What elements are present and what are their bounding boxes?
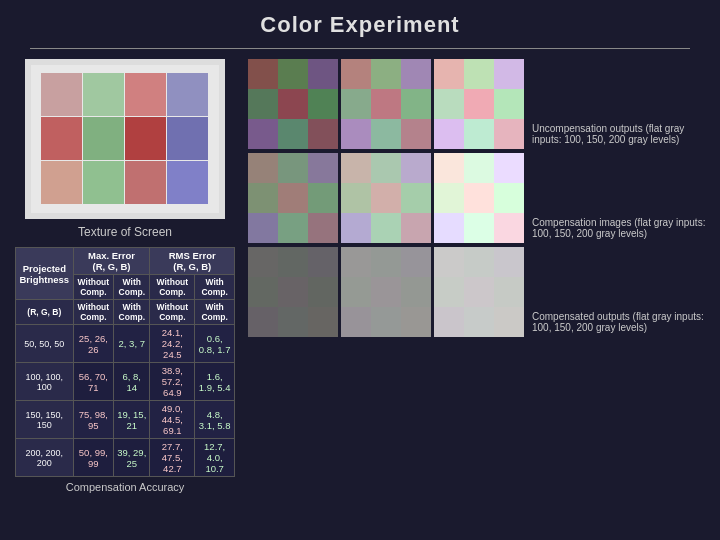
uncompensation-images (248, 59, 524, 149)
sub-rms-without2: WithoutComp. (150, 300, 195, 325)
sub-rms-with2: WithComp. (195, 300, 235, 325)
rms-with-100: 1.6, 1.9, 5.4 (195, 363, 235, 401)
uncompensation-label: Uncompensation outputs (flat gray inputs… (528, 123, 710, 149)
uncomp-image-150 (341, 59, 431, 149)
uncomp-image-200 (434, 59, 524, 149)
compensation-images (248, 153, 524, 243)
texture-image (25, 59, 225, 219)
compensated-row: Compensated outputs (flat gray inputs: 1… (248, 247, 710, 337)
max-with-200: 39, 29, 25 (114, 439, 150, 477)
compensation-label: Compensation images (flat gray inputs: 1… (528, 217, 710, 243)
table-row: 150, 150, 150 75, 98, 95 19, 15, 21 49.0… (16, 401, 235, 439)
compensation-accuracy-label: Compensation Accuracy (66, 481, 185, 493)
comp-image-150 (341, 153, 431, 243)
sub-rms-without: WithoutComp. (150, 275, 195, 300)
max-without-150: 75, 98, 95 (73, 401, 114, 439)
uncompensation-row: Uncompensation outputs (flat gray inputs… (248, 59, 710, 149)
rms-without-100: 38.9, 57.2, 64.9 (150, 363, 195, 401)
max-without-50: 25, 26, 26 (73, 325, 114, 363)
compensated-image-150 (341, 247, 431, 337)
compensation-row: Compensation images (flat gray inputs: 1… (248, 153, 710, 243)
sub-rms-with: WithComp. (195, 275, 235, 300)
sub-max-with2: WithComp. (114, 300, 150, 325)
row-label-50: 50, 50, 50 (16, 325, 74, 363)
right-panel: Uncompensation outputs (flat gray inputs… (248, 59, 710, 493)
rms-with-50: 0.6, 0.8, 1.7 (195, 325, 235, 363)
compensated-image-200 (434, 247, 524, 337)
rms-without-50: 24.1, 24.2, 24.5 (150, 325, 195, 363)
col-projected: ProjectedBrightness (16, 248, 74, 300)
header-divider (30, 48, 690, 49)
rms-with-200: 12.7, 4.0, 10.7 (195, 439, 235, 477)
table-row: 200, 200, 200 50, 99, 99 39, 29, 25 27.7… (16, 439, 235, 477)
rms-with-150: 4.8, 3.1, 5.8 (195, 401, 235, 439)
sub-max-with: WithComp. (114, 275, 150, 300)
compensated-image-100 (248, 247, 338, 337)
comp-image-100 (248, 153, 338, 243)
max-with-100: 6, 8, 14 (114, 363, 150, 401)
col-rms-error: RMS Error(R, G, B) (150, 248, 235, 275)
max-with-50: 2, 3, 7 (114, 325, 150, 363)
page-title: Color Experiment (0, 0, 720, 44)
col-max-error: Max. Error(R, G, B) (73, 248, 150, 275)
max-without-200: 50, 99, 99 (73, 439, 114, 477)
uncomp-image-100 (248, 59, 338, 149)
row-label-150: 150, 150, 150 (16, 401, 74, 439)
max-with-150: 19, 15, 21 (114, 401, 150, 439)
table-row: 100, 100, 100 56, 70, 71 6, 8, 14 38.9, … (16, 363, 235, 401)
rms-without-150: 49.0, 44.5, 69.1 (150, 401, 195, 439)
comp-image-200 (434, 153, 524, 243)
compensated-images (248, 247, 524, 337)
texture-label: Texture of Screen (78, 225, 172, 239)
main-content: Texture of Screen ProjectedBrightness Ma… (0, 59, 720, 493)
col-rgb-label: (R, G, B) (16, 300, 74, 325)
table-row: 50, 50, 50 25, 26, 26 2, 3, 7 24.1, 24.2… (16, 325, 235, 363)
row-label-100: 100, 100, 100 (16, 363, 74, 401)
sub-max-without2: WithoutComp. (73, 300, 114, 325)
sub-max-without: WithoutComp. (73, 275, 114, 300)
max-without-100: 56, 70, 71 (73, 363, 114, 401)
compensated-label: Compensated outputs (flat gray inputs: 1… (528, 311, 710, 337)
left-panel: Texture of Screen ProjectedBrightness Ma… (10, 59, 240, 493)
rms-without-200: 27.7, 47.5, 42.7 (150, 439, 195, 477)
accuracy-table: ProjectedBrightness Max. Error(R, G, B) … (15, 247, 235, 477)
row-label-200: 200, 200, 200 (16, 439, 74, 477)
